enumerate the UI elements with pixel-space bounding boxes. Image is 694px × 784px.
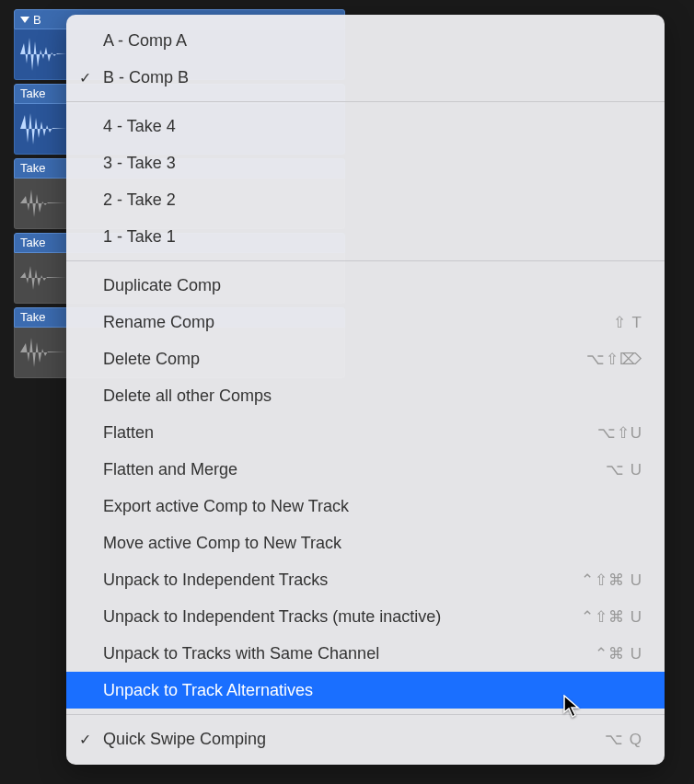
keyboard-shortcut: ⌥⇧⌦ — [586, 350, 642, 369]
waveform-icon — [20, 334, 66, 371]
menu-item-label: B - Comp B — [103, 68, 642, 87]
menu-item-label: Export active Comp to New Track — [103, 497, 642, 516]
menu-item-label: Delete Comp — [103, 350, 586, 369]
action-item-3[interactable]: Delete all other Comps — [66, 377, 665, 414]
menu-item-label: 1 - Take 1 — [103, 227, 642, 247]
menu-separator — [66, 101, 665, 102]
action-item-8[interactable]: Unpack to Independent Tracks⌃⇧⌘ U — [66, 561, 665, 598]
comp-item-1[interactable]: ✓B - Comp B — [66, 59, 665, 96]
footer-item-0[interactable]: ✓Quick Swipe Comping⌥ Q — [66, 721, 665, 757]
menu-item-label: 2 - Take 2 — [103, 190, 642, 210]
take-item-1[interactable]: 3 - Take 3 — [66, 144, 665, 181]
waveform-icon — [20, 36, 66, 73]
action-item-11[interactable]: Unpack to Track Alternatives — [66, 672, 665, 709]
waveform-icon — [20, 110, 66, 147]
take-item-2[interactable]: 2 - Take 2 — [66, 181, 665, 218]
menu-item-label: Flatten and Merge — [103, 460, 606, 479]
keyboard-shortcut: ⌃⌘ U — [595, 644, 642, 663]
menu-item-label: Flatten — [103, 423, 597, 443]
menu-item-label: Unpack to Tracks with Same Channel — [103, 644, 595, 663]
menu-item-label: 4 - Take 4 — [103, 117, 642, 136]
menu-item-label: Unpack to Track Alternatives — [103, 681, 642, 700]
keyboard-shortcut: ⇧ T — [613, 313, 642, 332]
action-item-5[interactable]: Flatten and Merge⌥ U — [66, 451, 665, 488]
waveform-icon — [20, 259, 66, 296]
menu-item-label: Rename Comp — [103, 313, 613, 332]
checkmark-icon: ✓ — [66, 69, 103, 86]
keyboard-shortcut: ⌃⇧⌘ U — [581, 571, 642, 590]
menu-item-label: Unpack to Independent Tracks (mute inact… — [103, 607, 581, 627]
menu-separator — [66, 260, 665, 261]
waveform-icon — [20, 185, 66, 222]
action-item-7[interactable]: Move active Comp to New Track — [66, 525, 665, 561]
keyboard-shortcut: ⌥⇧U — [597, 423, 642, 443]
action-item-4[interactable]: Flatten⌥⇧U — [66, 414, 665, 451]
take-item-0[interactable]: 4 - Take 4 — [66, 108, 665, 144]
menu-item-label: Unpack to Independent Tracks — [103, 571, 581, 590]
action-item-0[interactable]: Duplicate Comp — [66, 267, 665, 304]
action-item-10[interactable]: Unpack to Tracks with Same Channel⌃⌘ U — [66, 635, 665, 672]
menu-item-label: Move active Comp to New Track — [103, 534, 642, 553]
keyboard-shortcut: ⌃⇧⌘ U — [581, 607, 642, 627]
menu-item-label: Duplicate Comp — [103, 276, 642, 295]
action-item-1[interactable]: Rename Comp⇧ T — [66, 304, 665, 340]
keyboard-shortcut: ⌥ Q — [605, 730, 642, 749]
action-item-6[interactable]: Export active Comp to New Track — [66, 488, 665, 525]
menu-item-label: 3 - Take 3 — [103, 154, 642, 173]
action-item-9[interactable]: Unpack to Independent Tracks (mute inact… — [66, 598, 665, 635]
menu-item-label: A - Comp A — [103, 31, 642, 51]
menu-item-label: Delete all other Comps — [103, 386, 642, 406]
take-folder-context-menu: A - Comp A✓B - Comp B4 - Take 43 - Take … — [66, 15, 665, 765]
keyboard-shortcut: ⌥ U — [606, 460, 642, 479]
take-item-3[interactable]: 1 - Take 1 — [66, 218, 665, 255]
disclosure-triangle-icon[interactable] — [20, 17, 29, 23]
menu-separator — [66, 714, 665, 715]
comp-track-label: B — [33, 13, 41, 27]
checkmark-icon: ✓ — [66, 731, 103, 748]
action-item-2[interactable]: Delete Comp⌥⇧⌦ — [66, 340, 665, 377]
menu-item-label: Quick Swipe Comping — [103, 730, 605, 749]
comp-item-0[interactable]: A - Comp A — [66, 22, 665, 59]
